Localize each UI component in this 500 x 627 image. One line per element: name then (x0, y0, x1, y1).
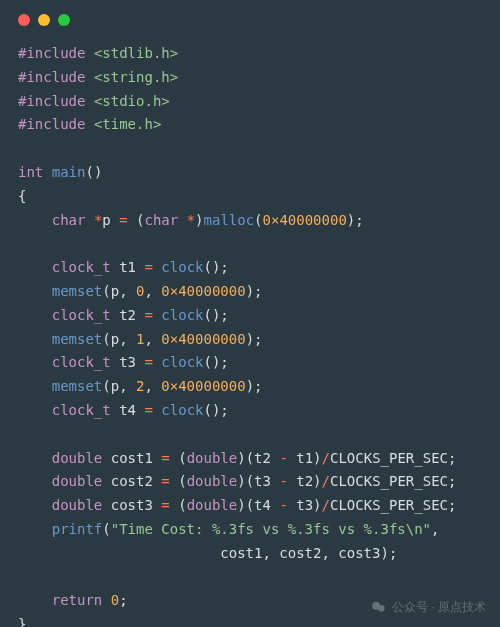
watermark-label: 公众号 · 原点技术 (392, 597, 486, 617)
maximize-icon[interactable] (58, 14, 70, 26)
return-type: int (18, 164, 43, 180)
include-header: string.h (102, 69, 169, 85)
code-block: #include <stdlib.h> #include <string.h> … (18, 42, 482, 627)
wechat-icon (370, 599, 386, 615)
include-header: time.h (102, 116, 153, 132)
func-name: main (52, 164, 86, 180)
include-header: stdio.h (102, 93, 161, 109)
brace-close: } (18, 616, 26, 627)
close-icon[interactable] (18, 14, 30, 26)
brace-open: { (18, 188, 26, 204)
svg-point-1 (378, 605, 385, 612)
code-window: #include <stdlib.h> #include <string.h> … (0, 0, 500, 627)
minimize-icon[interactable] (38, 14, 50, 26)
window-controls (18, 14, 482, 26)
include-header: stdlib.h (102, 45, 169, 61)
watermark: 公众号 · 原点技术 (370, 597, 486, 617)
